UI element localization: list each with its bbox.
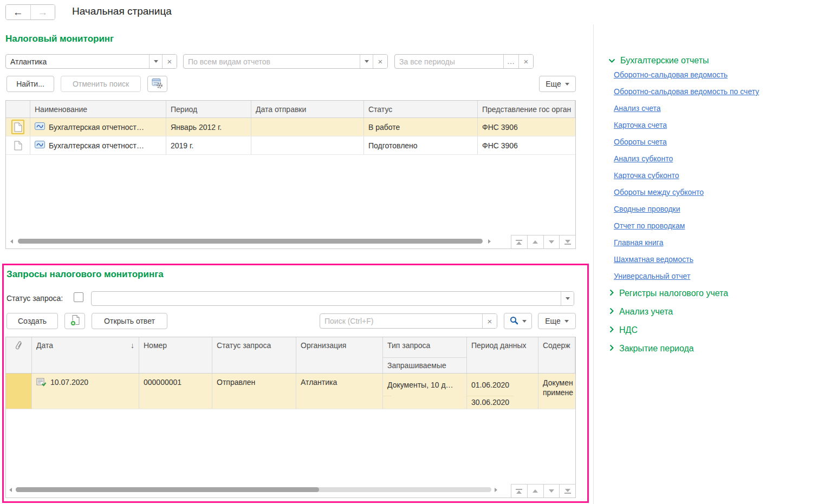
sidebar-section-tax-registers[interactable]: Регистры налогового учета [609, 289, 728, 298]
column-header-authority[interactable]: Представление гос орган [478, 101, 575, 117]
chevron-down-icon [522, 320, 527, 323]
requests-heading: Запросы налогового мониторинга [7, 269, 164, 280]
column-header-data-period[interactable]: Период данных [467, 337, 538, 373]
column-header-icon[interactable] [6, 101, 30, 117]
requests-table: Дата ↓ Номер Статус запроса Организация … [5, 337, 576, 498]
column-header-content[interactable]: Содерж [538, 337, 575, 373]
period-filter-input[interactable] [395, 55, 503, 68]
column-header-request-type[interactable]: Тип запроса Запрашиваемые [383, 337, 467, 373]
copy-button[interactable] [64, 313, 85, 329]
sidebar-link-account-card[interactable]: Карточка счета [614, 121, 667, 129]
search-settings-button[interactable] [147, 76, 167, 92]
column-header-sent-date[interactable]: Дата отправки [251, 101, 364, 117]
go-last-row-button[interactable] [560, 235, 575, 248]
sidebar-link-subconto-analysis[interactable]: Анализ субконто [614, 154, 673, 163]
sidebar-link-entries-report[interactable]: Отчет по проводкам [614, 221, 685, 230]
chevron-down-icon[interactable] [149, 55, 162, 68]
column-header-period[interactable]: Период [166, 101, 251, 117]
scroll-right-icon[interactable] [488, 239, 491, 244]
page-title: Начальная страница [72, 5, 172, 17]
sidebar-link-summary-entries[interactable]: Сводные проводки [614, 205, 680, 213]
go-next-row-button[interactable] [544, 235, 560, 248]
copy-document-icon [70, 315, 80, 328]
forward-icon[interactable]: → [31, 5, 55, 19]
sidebar-section-vat[interactable]: НДС [609, 325, 638, 335]
search-field[interactable]: × [320, 313, 497, 329]
chevron-right-icon [609, 307, 614, 317]
clear-icon[interactable]: × [373, 55, 387, 68]
sidebar-section-accounting-analysis[interactable]: Анализ учета [609, 307, 673, 317]
go-previous-row-button[interactable] [528, 485, 544, 498]
organization-filter-combo[interactable]: × [5, 54, 177, 69]
sidebar-link-chess-sheet[interactable]: Шахматная ведомость [614, 255, 693, 264]
paperclip-icon [15, 341, 23, 352]
column-header-request-status[interactable]: Статус запроса [212, 337, 296, 373]
reports-table: Наименование Период Дата отправки Статус… [5, 100, 576, 249]
column-header-status[interactable]: Статус [364, 101, 478, 117]
chevron-down-icon[interactable] [360, 55, 373, 68]
column-header-number[interactable]: Номер [139, 337, 212, 373]
reports-table-header: Наименование Период Дата отправки Статус… [6, 101, 575, 118]
table-row[interactable]: 10.07.2020 000000001 Отправлен Атлантика… [6, 374, 575, 409]
organization-filter-input[interactable] [6, 55, 149, 68]
period-filter-field[interactable]: ... × [394, 54, 534, 69]
go-last-row-button[interactable] [560, 485, 575, 498]
requests-table-header: Дата ↓ Номер Статус запроса Организация … [6, 337, 575, 374]
go-first-row-button[interactable] [511, 235, 528, 248]
scroll-left-icon[interactable] [10, 239, 13, 244]
report-kind-filter-input[interactable] [184, 55, 360, 68]
list-settings-icon [152, 78, 163, 90]
go-next-row-button[interactable] [544, 485, 560, 498]
column-header-organization[interactable]: Организация [296, 337, 383, 373]
table-row[interactable]: Бухгалтерская отчетност… 2019 г. Подгото… [6, 136, 575, 155]
sidebar-link-subconto-turnovers[interactable]: Обороты между субконто [614, 188, 704, 197]
clear-icon[interactable]: × [162, 55, 177, 68]
sidebar-link-general-ledger[interactable]: Главная книга [614, 238, 663, 247]
scroll-left-icon[interactable] [9, 488, 12, 492]
back-icon[interactable]: ← [6, 5, 31, 19]
current-row-marker [11, 120, 24, 134]
more-button[interactable]: Еще [539, 76, 576, 92]
sidebar-section-period-closing[interactable]: Закрытие периода [609, 344, 694, 354]
open-answer-button[interactable]: Открыть ответ [92, 313, 167, 329]
clear-icon[interactable]: × [482, 314, 497, 328]
chevron-down-icon[interactable] [561, 292, 574, 305]
sidebar-link-account-turnovers[interactable]: Обороты счета [614, 138, 667, 146]
chevron-right-icon [609, 344, 614, 354]
row-navigation-group [511, 235, 575, 248]
column-header-attachment[interactable] [6, 337, 32, 373]
go-previous-row-button[interactable] [528, 235, 544, 248]
more-button[interactable]: Еще [538, 313, 576, 329]
tax-monitoring-heading: Налоговый мониторинг [5, 34, 114, 44]
row-navigation-group [511, 484, 575, 498]
scroll-right-icon[interactable] [495, 488, 497, 492]
search-icon [510, 316, 518, 326]
sidebar-link-osv[interactable]: Оборотно-сальдовая ведомость [614, 70, 728, 79]
document-icon [14, 141, 22, 150]
search-button[interactable] [504, 313, 532, 329]
sidebar-link-osv-account[interactable]: Оборотно-сальдовая ведомость по счету [614, 87, 759, 96]
status-filter-combo[interactable] [91, 291, 574, 306]
search-input[interactable] [320, 314, 482, 328]
find-button[interactable]: Найти... [7, 76, 54, 92]
column-header-name[interactable]: Наименование [30, 101, 166, 117]
clear-icon[interactable]: × [518, 55, 533, 68]
ellipsis-icon[interactable]: ... [503, 55, 518, 68]
status-filter-checkbox[interactable] [74, 292, 83, 302]
cancel-search-button[interactable]: Отменить поиск [61, 76, 141, 92]
go-first-row-button[interactable] [511, 485, 528, 498]
status-filter-input[interactable] [92, 292, 561, 305]
sidebar-link-universal-report[interactable]: Универсальный отчет [614, 272, 690, 280]
horizontal-scrollbar[interactable] [16, 487, 319, 492]
sidebar-link-account-analysis[interactable]: Анализ счета [614, 104, 661, 113]
create-button[interactable]: Создать [7, 313, 58, 329]
table-row[interactable]: Бухгалтерская отчетност… Январь 2012 г. … [6, 118, 575, 136]
document-icon [14, 122, 22, 132]
sidebar-link-subconto-card[interactable]: Карточка субконто [614, 171, 679, 180]
column-header-date[interactable]: Дата ↓ [32, 337, 139, 373]
sidebar-section-accounting-reports[interactable]: Бухгалтерские отчеты [608, 56, 709, 66]
sort-descending-icon: ↓ [131, 341, 134, 350]
horizontal-scrollbar[interactable] [18, 239, 483, 244]
request-document-icon [36, 378, 47, 389]
report-kind-filter-combo[interactable]: × [183, 54, 388, 69]
